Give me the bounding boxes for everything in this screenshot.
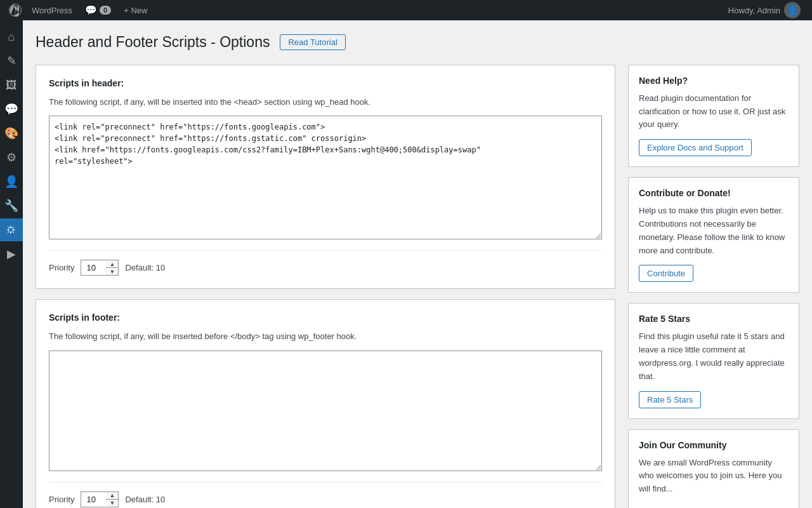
explore-docs-button[interactable]: Explore Docs and Support (639, 139, 752, 156)
community-body: We are small WordPress community who wel… (639, 457, 789, 496)
comments-bar-item[interactable]: 💬 0 (79, 0, 117, 20)
site-name-bar-item[interactable]: WordPress (25, 0, 79, 20)
footer-priority-label: Priority (49, 495, 74, 504)
new-label: + New (124, 6, 147, 15)
header-priority-down[interactable]: ▼ (106, 267, 119, 276)
rate-card: Rate 5 Stars Find this plugin useful rat… (628, 303, 799, 418)
header-priority-default: Default: 10 (125, 263, 165, 272)
page-title: Header and Footer Scripts - Options (36, 33, 270, 52)
read-tutorial-button[interactable]: Read Tutorial (280, 34, 345, 50)
admin-bar: WordPress 💬 0 + New Howdy, Admin 👤 (0, 0, 812, 20)
sidebar: ⌂ ✎ 🖼 💬 🎨 ⚙ 👤 🔧 ⛭ ▶ (0, 20, 23, 508)
site-name-label: WordPress (32, 6, 72, 15)
header-scripts-card: Scripts in header: The following script,… (36, 65, 615, 290)
header-priority-label: Priority (49, 263, 74, 272)
footer-priority-down[interactable]: ▼ (106, 499, 119, 507)
sidebar-item-comments[interactable]: 💬 (0, 98, 23, 121)
sidebar-item-users[interactable]: 👤 (0, 170, 23, 193)
footer-priority-up[interactable]: ▲ (106, 491, 119, 499)
footer-priority-input-wrap: ▲ ▼ (81, 491, 119, 507)
sidebar-item-media[interactable]: 🖼 (0, 74, 23, 97)
rate-stars-button[interactable]: Rate 5 Stars (639, 391, 701, 408)
avatar: 👤 (784, 2, 801, 18)
header-priority-input-wrap: ▲ ▼ (81, 260, 119, 276)
comments-count: 0 (100, 6, 111, 15)
wp-logo[interactable] (5, 0, 25, 20)
sidebar-item-media2[interactable]: ▶ (0, 243, 23, 265)
contribute-body: Help us to make this plugin even better.… (639, 204, 789, 257)
footer-scripts-card: Scripts in footer: The following script,… (36, 299, 615, 508)
sidebar-item-settings[interactable]: ⛭ (0, 218, 23, 241)
header-priority-up[interactable]: ▲ (106, 260, 119, 267)
sidebar-item-tools[interactable]: 🔧 (0, 194, 23, 217)
content-row: Scripts in header: The following script,… (36, 65, 799, 508)
footer-priority-row: Priority ▲ ▼ Default: 10 (49, 482, 602, 507)
main-content: Header and Footer Scripts - Options Read… (23, 20, 812, 508)
header-scripts-textarea[interactable]: <link rel="preconnect" href="https://fon… (49, 116, 602, 239)
rate-heading: Rate 5 Stars (639, 314, 789, 324)
community-card: Join Our Community We are small WordPres… (628, 429, 799, 508)
new-content-bar-item[interactable]: + New (117, 0, 154, 20)
sidebar-item-plugins[interactable]: ⚙ (0, 146, 23, 169)
header-scripts-heading: Scripts in header: (49, 78, 602, 88)
rate-body: Find this plugin useful rate it 5 stars … (639, 330, 789, 383)
footer-priority-spinner: ▲ ▼ (106, 491, 119, 507)
community-heading: Join Our Community (639, 440, 789, 450)
header-priority-row: Priority ▲ ▼ Default: 10 (49, 250, 602, 276)
footer-scripts-heading: Scripts in footer: (49, 312, 602, 323)
need-help-card: Need Help? Read plugin documentation for… (628, 65, 799, 167)
howdy-menu[interactable]: Howdy, Admin 👤 (722, 2, 807, 18)
header-scripts-description: The following script, if any, will be in… (49, 96, 602, 109)
comments-icon: 💬 (85, 4, 97, 16)
footer-priority-default: Default: 10 (125, 495, 165, 504)
page-header: Header and Footer Scripts - Options Read… (36, 33, 799, 52)
header-priority-spinner: ▲ ▼ (106, 260, 119, 276)
footer-scripts-textarea[interactable] (49, 351, 602, 471)
contribute-card: Contribute or Donate! Help us to make th… (628, 177, 799, 293)
sidebar-item-dashboard[interactable]: ⌂ (0, 25, 23, 48)
howdy-text: Howdy, Admin (728, 6, 780, 15)
contribute-button[interactable]: Contribute (639, 265, 693, 282)
sidebar-item-appearance[interactable]: 🎨 (0, 122, 23, 145)
main-panel: Scripts in header: The following script,… (36, 65, 615, 508)
need-help-heading: Need Help? (639, 76, 789, 86)
sidebar-item-posts[interactable]: ✎ (0, 50, 23, 72)
need-help-body: Read plugin documentation for clarificat… (639, 92, 789, 131)
footer-scripts-description: The following script, if any, will be in… (49, 330, 602, 343)
sidebar-panel: Need Help? Read plugin documentation for… (628, 65, 799, 508)
contribute-heading: Contribute or Donate! (639, 188, 789, 198)
